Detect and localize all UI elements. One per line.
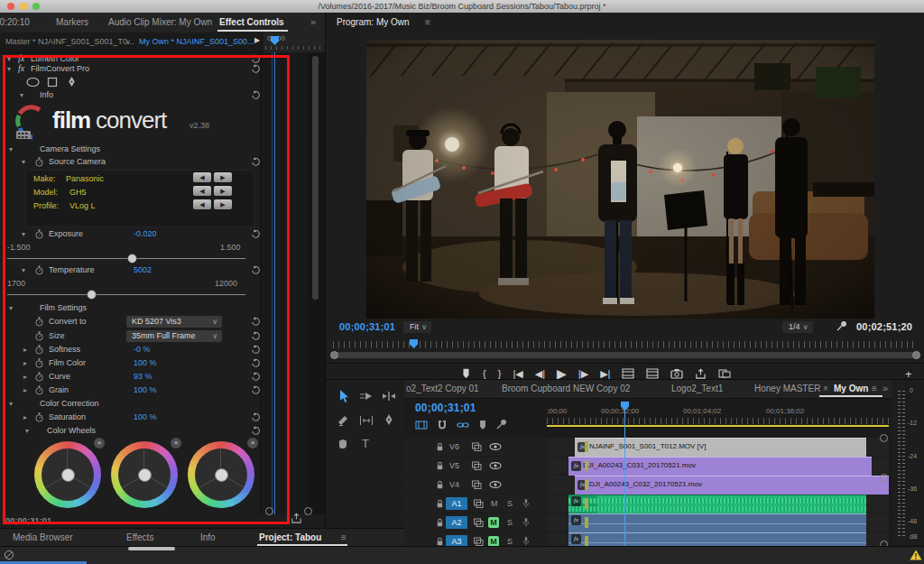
lumetri-color-effect[interactable]: Lumetri Color <box>31 54 79 63</box>
reset-param-icon[interactable] <box>251 385 261 395</box>
chevron-right-icon[interactable]: ▸ <box>23 373 27 381</box>
track-name[interactable]: V5 <box>449 461 459 470</box>
color-wheels-group[interactable]: Color Wheels <box>47 426 96 435</box>
mute-button[interactable]: M <box>488 517 499 528</box>
filmconvert-pro-effect[interactable]: FilmConvert Pro <box>31 64 89 73</box>
reset-param-icon[interactable] <box>251 372 261 382</box>
lock-icon[interactable] <box>435 441 445 452</box>
comparison-view-icon[interactable] <box>718 368 731 379</box>
chevron-right-icon[interactable]: ▸ <box>23 359 27 367</box>
keyframe-mini-ruler[interactable]: 00:00 <box>263 32 325 52</box>
chevron-down-icon[interactable]: ▾ <box>22 266 25 274</box>
lock-icon[interactable] <box>435 517 445 528</box>
exposure-value[interactable]: -0.020 <box>134 229 157 238</box>
sync-lock-icon[interactable] <box>473 517 484 528</box>
clip-audio-a3[interactable]: fx <box>568 532 866 547</box>
toggle-track-output-eye-icon[interactable] <box>489 461 502 470</box>
toggle-track-output-eye-icon[interactable] <box>489 442 502 451</box>
resolution-dropdown[interactable]: 1/4 ∨ <box>782 321 813 333</box>
go-to-out-icon[interactable]: ▶| <box>600 368 610 380</box>
sequence-clip-name[interactable]: My Own * NJAINF_S001_S00... <box>139 37 254 46</box>
stopwatch-icon[interactable] <box>34 265 44 275</box>
scrollbar-left-handle[interactable] <box>330 351 338 359</box>
tab-program[interactable]: Program: My Own <box>337 17 410 27</box>
sync-lock-icon[interactable] <box>471 441 482 452</box>
clip-njainf-video[interactable]: fx NJAINF_S001_S001_T012.MOV [V] <box>575 438 866 457</box>
master-clip-caret-icon[interactable]: ∨ <box>125 38 131 46</box>
tab-sequence-3[interactable]: Logo2_Text1 <box>671 384 723 393</box>
profile-next-button[interactable]: ▶ <box>214 199 232 209</box>
stopwatch-icon[interactable] <box>34 358 44 368</box>
curve-value[interactable]: 93 % <box>134 372 152 381</box>
model-prev-button[interactable]: ◀ <box>193 186 211 196</box>
solo-button[interactable]: S <box>507 518 513 527</box>
lock-icon[interactable] <box>435 460 445 471</box>
voiceover-mic-icon[interactable] <box>522 497 531 510</box>
color-correction-group[interactable]: Color Correction <box>40 399 99 408</box>
tab-effects[interactable]: Effects <box>126 532 153 542</box>
mark-out-icon[interactable]: } <box>498 368 502 379</box>
reset-effect-icon[interactable] <box>251 54 261 64</box>
softness-param[interactable]: Softness <box>49 345 80 354</box>
highlights-color-wheel[interactable] <box>188 441 254 508</box>
midtones-color-wheel[interactable] <box>111 441 178 508</box>
track-vscroll-handle[interactable] <box>880 474 888 482</box>
stopwatch-icon[interactable] <box>34 331 44 341</box>
clip-audio-a2[interactable]: fx <box>568 513 866 532</box>
chevron-down-icon[interactable]: ▾ <box>9 304 13 312</box>
shadows-color-wheel[interactable] <box>34 441 101 508</box>
size-dropdown[interactable]: 35mm Full Frame ∨ <box>126 330 222 342</box>
grain-param[interactable]: Grain <box>49 385 69 394</box>
convert-to-param[interactable]: Convert to <box>49 317 87 326</box>
rectangle-mask-icon[interactable] <box>47 77 58 88</box>
tab-project-tabou[interactable]: Project: Tabou <box>259 532 321 542</box>
settings-wrench-icon[interactable] <box>836 321 847 332</box>
chevron-right-icon[interactable]: ▸ <box>23 346 27 354</box>
exposure-slider[interactable] <box>7 258 245 259</box>
hscroll-handle-left[interactable] <box>265 507 273 515</box>
temperature-slider[interactable] <box>7 294 245 295</box>
chevron-right-icon[interactable]: ▸ <box>23 386 27 394</box>
razor-tool[interactable] <box>337 414 349 427</box>
sync-lock-icon[interactable] <box>473 498 484 509</box>
voiceover-mic-icon[interactable] <box>522 516 531 529</box>
pen-tool[interactable] <box>383 413 394 426</box>
panel-menu-icon[interactable]: ≡ <box>872 384 877 393</box>
chevron-down-icon[interactable]: ▾ <box>22 158 25 166</box>
close-tab-icon[interactable]: × <box>823 384 828 393</box>
program-timecode[interactable]: 00;00;31;01 <box>339 321 395 332</box>
reset-param-icon[interactable] <box>251 358 261 368</box>
stopwatch-icon[interactable] <box>34 229 44 239</box>
hscroll-handle-right[interactable] <box>304 507 312 515</box>
tab-overflow-icon[interactable]: » <box>310 16 316 27</box>
reset-param-icon[interactable] <box>251 157 261 167</box>
hand-tool[interactable] <box>337 438 349 450</box>
profile-prev-button[interactable]: ◀ <box>193 199 211 209</box>
mark-in-icon[interactable]: { <box>483 368 486 379</box>
step-forward-icon[interactable]: |▶ <box>578 368 588 380</box>
film-color-value[interactable]: 100 % <box>134 358 157 367</box>
reset-param-icon[interactable] <box>251 345 261 355</box>
tab-overflow-icon[interactable]: » <box>882 383 888 393</box>
camera-settings-group[interactable]: Camera Settings <box>40 144 100 153</box>
make-prev-button[interactable]: ◀ <box>193 172 211 182</box>
vertical-scrollbar[interactable] <box>312 56 319 300</box>
show-keyframes-arrow-icon[interactable]: ▶ <box>254 36 260 44</box>
grain-value[interactable]: 100 % <box>134 385 157 394</box>
softness-value[interactable]: -0 % <box>134 345 151 354</box>
color-wheel-knob[interactable] <box>61 468 75 482</box>
go-to-in-icon[interactable]: |◀ <box>513 368 522 380</box>
lock-icon[interactable] <box>435 479 445 490</box>
saturation-value[interactable]: 100 % <box>134 412 157 421</box>
timeline-settings-wrench-icon[interactable] <box>496 420 507 430</box>
solo-button[interactable]: S <box>507 537 513 546</box>
reset-param-icon[interactable] <box>251 229 261 239</box>
chevron-down-icon[interactable]: ▾ <box>7 65 11 73</box>
export-frame-camera-icon[interactable] <box>670 368 683 379</box>
export-icon[interactable] <box>695 368 707 380</box>
toggle-track-output-eye-icon[interactable] <box>489 480 502 489</box>
timeline-timecode[interactable]: 00;00;31;01 <box>415 402 476 414</box>
type-tool[interactable]: T <box>362 437 369 450</box>
model-next-button[interactable]: ▶ <box>214 186 232 196</box>
sync-lock-icon[interactable] <box>471 460 482 471</box>
